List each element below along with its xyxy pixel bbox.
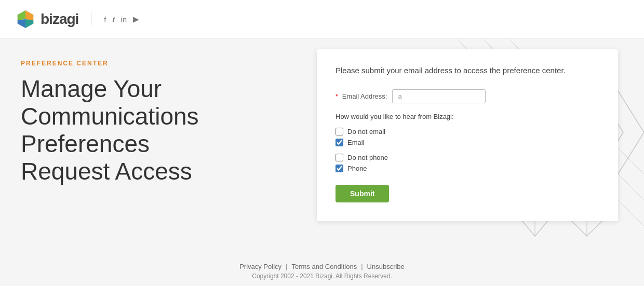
heading-line3: Request Access [21,158,291,185]
header: bizagi f 𝒕 in ▶ [0,0,644,39]
email-label-check: Email [347,139,365,146]
main-content: PREFERENCE CENTER Manage Your Communicat… [0,39,644,267]
checkbox-row-phone: Phone [336,165,599,172]
email-checkbox-group: Do not email Email [336,128,599,146]
svg-marker-2 [18,19,25,28]
do-not-email-checkbox[interactable] [336,128,343,135]
bizagi-logo-icon [16,9,35,29]
footer: Privacy Policy | Terms and Conditions | … [0,256,644,286]
footer-sep-1: | [286,263,287,270]
copyright-text: Copyright 2002 - 2021 Bizagi. All Rights… [6,273,638,280]
required-star: * [336,92,338,100]
footer-links: Privacy Policy | Terms and Conditions | … [6,263,638,270]
do-not-email-label: Do not email [347,128,385,135]
heading-line1: Manage Your [21,75,291,103]
checkbox-row-do-not-email: Do not email [336,128,599,135]
terms-conditions-link[interactable]: Terms and Conditions [291,263,357,270]
main-heading: Manage Your Communications Preferences R… [21,75,291,185]
hear-from-label: How would you like to hear from Bizagi: [336,113,599,120]
privacy-policy-link[interactable]: Privacy Policy [239,263,281,270]
phone-label-check: Phone [347,165,367,172]
svg-marker-3 [25,10,33,20]
email-label: * Email Address: [336,92,387,100]
email-input[interactable] [392,89,486,103]
preference-center-label: PREFERENCE CENTER [21,60,291,67]
right-panel: Please submit your email address to acce… [306,39,644,267]
heading-line2: Communications Preferences [21,103,291,158]
linkedin-icon[interactable]: in [121,15,127,24]
do-not-phone-checkbox[interactable] [336,154,343,161]
email-checkbox[interactable] [336,139,343,146]
youtube-icon[interactable]: ▶ [133,15,139,24]
checkbox-row-email: Email [336,139,599,146]
unsubscribe-link[interactable]: Unsubscribe [367,263,405,270]
footer-sep-2: | [361,263,363,270]
facebook-icon[interactable]: f [104,15,106,24]
submit-button[interactable]: Submit [336,185,389,202]
logo-area: bizagi f 𝒕 in ▶ [16,9,139,29]
do-not-phone-label: Do not phone [347,154,388,161]
phone-checkbox[interactable] [336,165,343,172]
logo-text: bizagi [41,11,78,28]
left-panel: PREFERENCE CENTER Manage Your Communicat… [0,39,306,267]
card-subtitle: Please submit your email address to acce… [336,65,599,77]
checkbox-row-do-not-phone: Do not phone [336,154,599,161]
svg-marker-1 [18,10,25,20]
preference-form-card: Please submit your email address to acce… [317,49,618,221]
email-form-group: * Email Address: [336,89,599,103]
phone-checkbox-group: Do not phone Phone [336,154,599,172]
twitter-icon[interactable]: 𝒕 [113,15,115,24]
logo-divider [91,13,91,25]
svg-marker-4 [25,19,33,28]
social-icons: f 𝒕 in ▶ [104,15,139,24]
